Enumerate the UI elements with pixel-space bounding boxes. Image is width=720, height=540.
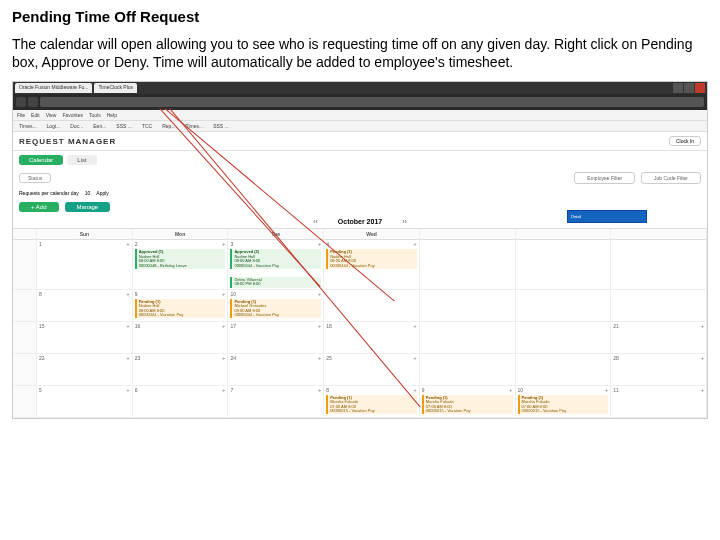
add-event-icon[interactable]: + <box>126 323 130 329</box>
approved-event[interactable]: Approved (2)Nadine Hall08:00 AM 8:000000… <box>230 249 321 269</box>
status-filter[interactable]: Status <box>19 173 51 183</box>
calendar-cell[interactable] <box>611 290 707 322</box>
calendar-cell[interactable]: 9+Pending (1)Nadine Hall08:00 AM 8:00000… <box>133 290 229 322</box>
calendar-cell[interactable]: 15+ <box>37 322 133 354</box>
calendar-cell[interactable] <box>516 240 612 289</box>
manage-button[interactable]: Manage <box>65 202 111 212</box>
pending-event[interactable]: Pending (1)Marsha Fukuda07:00 AM 8:00000… <box>326 395 417 415</box>
apply-button[interactable]: Apply <box>96 190 109 196</box>
calendar-cell[interactable] <box>420 354 516 386</box>
calendar-cell[interactable]: 24+ <box>228 354 324 386</box>
calendar-cell[interactable] <box>516 354 612 386</box>
calendar-cell[interactable]: 8+ <box>37 290 133 322</box>
calendar-cell[interactable]: 21+ <box>611 322 707 354</box>
add-event-icon[interactable]: + <box>222 323 226 329</box>
bookmark[interactable]: Logi... <box>45 123 63 129</box>
url-field[interactable] <box>40 97 704 107</box>
back-button[interactable] <box>16 97 26 107</box>
window-maximize[interactable] <box>684 83 694 93</box>
menu-item[interactable]: Edit <box>31 112 40 118</box>
calendar-cell[interactable]: 2+Approved (1)Nadine Hall08:00 AM 8:0000… <box>133 240 229 289</box>
calendar-cell[interactable]: 23+ <box>133 354 229 386</box>
approved-event[interactable]: Debra Villarreal08:00 PM 8:00 <box>230 277 321 288</box>
pending-event[interactable]: Pending (1)Nadine Hall08:00 AM 8:0000000… <box>326 249 417 269</box>
pending-event[interactable]: Pending (1)Nadine Hall08:00 AM 8:0000000… <box>135 299 226 319</box>
add-event-icon[interactable]: + <box>605 387 609 393</box>
calendar-cell[interactable]: 16+ <box>133 322 229 354</box>
window-minimize[interactable] <box>673 83 683 93</box>
calendar-cell[interactable] <box>516 290 612 322</box>
next-month[interactable]: ›› <box>402 218 407 225</box>
forward-button[interactable] <box>28 97 38 107</box>
bookmark[interactable]: SSS ... <box>211 123 231 129</box>
requests-per-value[interactable]: 10 <box>85 190 91 196</box>
menu-item[interactable]: Tools <box>89 112 101 118</box>
add-event-icon[interactable]: + <box>318 387 322 393</box>
add-event-icon[interactable]: + <box>126 387 130 393</box>
calendar-cell[interactable]: 1+ <box>37 240 133 289</box>
tab-calendar[interactable]: Calendar <box>19 155 63 165</box>
calendar-cell[interactable]: 6+ <box>133 386 229 418</box>
menu-item[interactable]: File <box>17 112 25 118</box>
add-event-icon[interactable]: + <box>413 241 417 247</box>
clock-in-button[interactable]: Clock In <box>669 136 701 146</box>
add-event-icon[interactable]: + <box>222 241 226 247</box>
calendar-cell[interactable]: 3+Approved (2)Nadine Hall08:00 AM 8:0000… <box>228 240 324 289</box>
detail-popup[interactable]: Detail <box>567 210 647 223</box>
add-event-icon[interactable]: + <box>126 241 130 247</box>
calendar-cell[interactable] <box>516 322 612 354</box>
add-event-icon[interactable]: + <box>700 323 704 329</box>
add-event-icon[interactable]: + <box>222 355 226 361</box>
tab-list[interactable]: List <box>67 155 96 165</box>
add-event-icon[interactable]: + <box>318 291 322 297</box>
calendar-cell[interactable] <box>420 290 516 322</box>
bookmark[interactable]: Een... <box>91 123 108 129</box>
calendar-cell[interactable]: 10+Pending (1)Michael Gonzales09:00 AM 8… <box>228 290 324 322</box>
bookmark[interactable]: TCC <box>140 123 154 129</box>
employee-filter-button[interactable]: Employee Filter <box>574 172 635 184</box>
day-number: 16 <box>135 323 141 329</box>
jobcode-filter-button[interactable]: Job Code Filter <box>641 172 701 184</box>
add-event-icon[interactable]: + <box>318 355 322 361</box>
menu-item[interactable]: Help <box>107 112 117 118</box>
calendar-cell[interactable] <box>611 240 707 289</box>
window-close[interactable] <box>695 83 705 93</box>
add-event-icon[interactable]: + <box>509 387 513 393</box>
pending-event[interactable]: Pending (1)Michael Gonzales09:00 AM 8:00… <box>230 299 321 319</box>
calendar-cell[interactable]: 5+ <box>37 386 133 418</box>
menu-item[interactable]: View <box>46 112 57 118</box>
add-event-icon[interactable]: + <box>413 387 417 393</box>
bookmark[interactable]: SSS ... <box>114 123 134 129</box>
calendar-cell[interactable] <box>420 322 516 354</box>
calendar-cell[interactable] <box>420 240 516 289</box>
menu-item[interactable]: Favorites <box>62 112 83 118</box>
calendar-cell[interactable]: 11+ <box>611 386 707 418</box>
calendar-cell[interactable]: 9+Pending (1)Marsha Fukuda07:00 AM 8:000… <box>420 386 516 418</box>
calendar-cell[interactable]: 25+ <box>324 354 420 386</box>
approved-event[interactable]: Approved (1)Nadine Hall08:00 AM 8:000000… <box>135 249 226 269</box>
bookmark[interactable]: Times... <box>17 123 39 129</box>
calendar-cell[interactable]: 7+ <box>228 386 324 418</box>
prev-month[interactable]: ‹‹ <box>313 218 318 225</box>
calendar-cell[interactable] <box>324 290 420 322</box>
add-event-icon[interactable]: + <box>318 323 322 329</box>
calendar-cell[interactable]: 22+ <box>37 354 133 386</box>
browser-tab[interactable]: Oracle Fusion Middleware Fo... <box>15 83 92 93</box>
bookmark[interactable]: Doc... <box>68 123 85 129</box>
calendar-cell[interactable]: 17+ <box>228 322 324 354</box>
add-event-icon[interactable]: + <box>318 241 322 247</box>
calendar-cell[interactable]: 10+Pending (1)Marsha Fukuda07:00 AM 8:00… <box>516 386 612 418</box>
add-event-icon[interactable]: + <box>222 291 226 297</box>
add-event-icon[interactable]: + <box>126 291 130 297</box>
calendar-cell[interactable]: 28+ <box>611 354 707 386</box>
add-button[interactable]: + Add <box>19 202 59 212</box>
add-event-icon[interactable]: + <box>700 355 704 361</box>
add-event-icon[interactable]: + <box>222 387 226 393</box>
pending-event[interactable]: Pending (1)Marsha Fukuda07:00 AM 8:00000… <box>518 395 609 415</box>
pending-event[interactable]: Pending (1)Marsha Fukuda07:00 AM 8:00000… <box>422 395 513 415</box>
add-event-icon[interactable]: + <box>126 355 130 361</box>
browser-tab[interactable]: TimeClock Plus <box>94 83 137 93</box>
add-event-icon[interactable]: + <box>700 387 704 393</box>
add-event-icon[interactable]: + <box>413 355 417 361</box>
add-event-icon[interactable]: + <box>413 323 417 329</box>
